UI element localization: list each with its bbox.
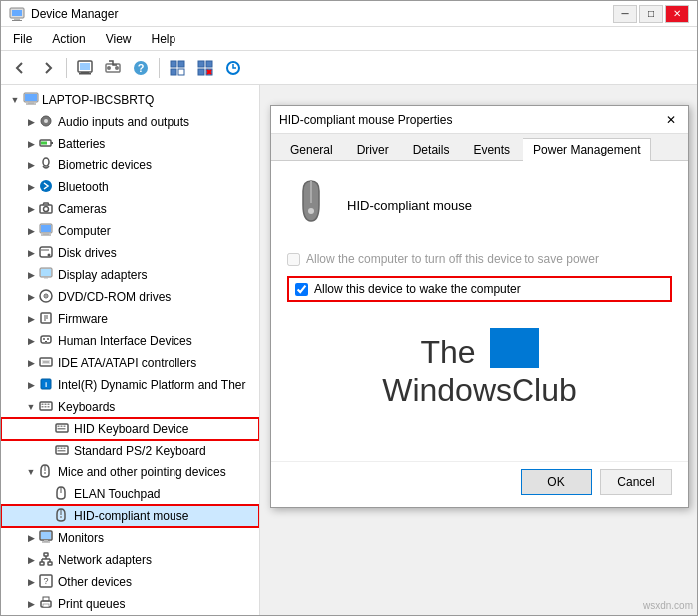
batteries-label: Batteries: [58, 137, 105, 151]
close-button[interactable]: ✕: [665, 5, 689, 23]
watermark: wsxdn.com: [643, 600, 693, 611]
svg-rect-71: [48, 406, 50, 408]
svg-rect-27: [26, 103, 36, 104]
dialog-footer: OK Cancel: [271, 461, 688, 507]
tab-events[interactable]: Events: [462, 138, 521, 160]
cameras-expander: ▶: [23, 204, 39, 214]
svg-rect-79: [61, 447, 63, 449]
tab-details[interactable]: Details: [402, 138, 461, 160]
menu-action[interactable]: Action: [44, 30, 93, 48]
tree-item-batteries[interactable]: ▶ Batteries: [1, 133, 259, 154]
tree-item-computer[interactable]: ▶ Computer: [1, 220, 259, 242]
show-hidden-button[interactable]: [165, 55, 190, 81]
properties-button[interactable]: [72, 55, 98, 81]
tree-item-ps2-keyboard[interactable]: Standard PS/2 Keyboard: [1, 440, 259, 462]
tab-power-management[interactable]: Power Management: [523, 138, 651, 161]
hid-expander: ▶: [23, 336, 39, 346]
svg-rect-68: [48, 403, 50, 405]
back-button[interactable]: [7, 55, 33, 81]
save-power-checkbox[interactable]: [287, 253, 300, 266]
network-icon: [39, 552, 55, 569]
tab-driver[interactable]: Driver: [346, 138, 400, 160]
main-window: Device Manager ─ □ ✕ File Action View He…: [0, 0, 698, 616]
help-button[interactable]: ?: [128, 55, 154, 81]
svg-rect-93: [48, 562, 52, 565]
hid-keyboard-expander: [39, 424, 55, 434]
tree-item-biometric[interactable]: ▶ Biometric devices: [1, 154, 259, 176]
tree-item-intel[interactable]: ▶ i Intel(R) Dynamic Platform and Ther: [1, 374, 259, 396]
svg-rect-7: [79, 73, 91, 75]
cancel-button[interactable]: Cancel: [600, 469, 672, 495]
svg-rect-57: [45, 341, 47, 342]
tree-item-hid[interactable]: ▶ Human Interface Devices: [1, 330, 259, 352]
title-controls: ─ □ ✕: [613, 5, 689, 23]
tree-item-cameras[interactable]: ▶ Cameras: [1, 198, 259, 220]
minimize-button[interactable]: ─: [613, 5, 637, 23]
tree-item-elan[interactable]: ELAN Touchpad: [1, 483, 259, 505]
scan-button[interactable]: [220, 55, 246, 81]
menu-help[interactable]: Help: [144, 30, 184, 48]
tree-item-print[interactable]: ▶ Print queues: [1, 593, 259, 615]
tree-item-hid-keyboard[interactable]: HID Keyboard Device: [1, 418, 259, 440]
wake-computer-checkbox[interactable]: [295, 283, 308, 296]
intel-expander: ▶: [23, 380, 39, 390]
brand-line2: WindowsClub: [287, 372, 672, 409]
svg-rect-38: [41, 225, 51, 232]
dialog-tabs: General Driver Details Events Power Mana…: [271, 134, 688, 161]
other-label: Other devices: [58, 575, 132, 589]
tree-root[interactable]: ▼ LAPTOP-IBCSBRTQ: [1, 89, 259, 111]
svg-rect-66: [42, 403, 44, 405]
tree-item-audio[interactable]: ▶ Audio inputs and outputs: [1, 111, 259, 133]
computer-icon2: [39, 223, 55, 240]
dvd-icon: [39, 289, 55, 306]
menu-file[interactable]: File: [5, 30, 40, 48]
svg-rect-73: [58, 425, 60, 427]
svg-text:?: ?: [138, 62, 145, 74]
mice-expander: ▼: [23, 467, 39, 477]
tree-item-network[interactable]: ▶ Network adapters: [1, 549, 259, 571]
display-icon: [39, 267, 55, 284]
mice-icon: [39, 464, 55, 481]
display-expander: ▶: [23, 270, 39, 280]
svg-rect-89: [44, 540, 48, 542]
svg-rect-39: [43, 233, 49, 235]
batteries-expander: ▶: [23, 139, 39, 149]
hid-mouse-icon: [55, 508, 71, 525]
menu-view[interactable]: View: [98, 30, 140, 48]
audio-expander: ▶: [23, 117, 39, 127]
tree-item-display[interactable]: ▶ Display adapters: [1, 264, 259, 286]
toolbar-sep-1: [66, 58, 67, 78]
svg-rect-17: [198, 61, 204, 67]
svg-rect-32: [41, 141, 47, 144]
forward-button[interactable]: [35, 55, 61, 81]
svg-rect-92: [40, 562, 44, 565]
svg-point-86: [60, 516, 62, 518]
elan-expander: [39, 489, 55, 499]
tab-general[interactable]: General: [279, 138, 344, 160]
hid-icon: [39, 333, 55, 350]
cameras-icon: [39, 201, 55, 218]
dialog-titlebar: HID-compliant mouse Properties ✕: [271, 106, 688, 134]
content-area: ▼ LAPTOP-IBCSBRTQ ▶: [1, 85, 697, 615]
update-driver-button[interactable]: [100, 55, 126, 81]
tree-item-bluetooth[interactable]: ▶ Bluetooth: [1, 176, 259, 198]
keyboards-label: Keyboards: [58, 400, 115, 414]
brand-area: The WindowsClub: [287, 332, 672, 409]
tree-item-firmware[interactable]: ▶ Firmware: [1, 308, 259, 330]
tree-item-dvd[interactable]: ▶ DVD/CD-ROM drives: [1, 286, 259, 308]
tree-item-ide[interactable]: ▶ IDE ATA/ATAPI controllers: [1, 352, 259, 374]
maximize-button[interactable]: □: [639, 5, 663, 23]
computer-icon: [23, 92, 39, 109]
svg-rect-81: [58, 450, 66, 452]
tree-item-hid-mouse[interactable]: HID-compliant mouse: [1, 505, 259, 527]
dialog-close-button[interactable]: ✕: [662, 111, 680, 129]
tree-item-monitors[interactable]: ▶ Monitors: [1, 527, 259, 549]
option-row-save-power: Allow the computer to turn off this devi…: [287, 250, 672, 268]
tree-item-keyboards[interactable]: ▼ Keyboards: [1, 396, 259, 418]
remove-button[interactable]: [192, 55, 218, 81]
brand-line1: The: [287, 332, 672, 372]
tree-item-other[interactable]: ▶ ? Other devices: [1, 571, 259, 593]
tree-item-disk[interactable]: ▶ Disk drives: [1, 242, 259, 264]
ok-button[interactable]: OK: [521, 469, 592, 495]
tree-item-mice[interactable]: ▼ Mice and other pointing devices: [1, 462, 259, 483]
